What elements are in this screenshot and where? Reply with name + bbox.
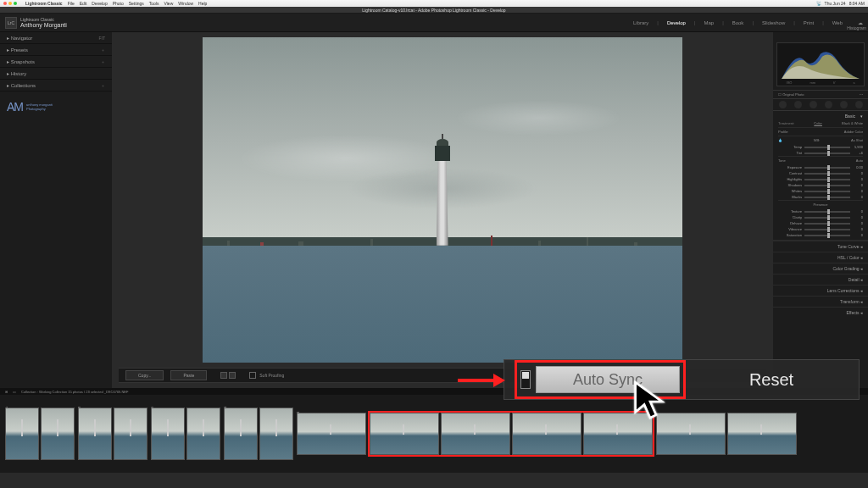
app-badge-icon: LrC <box>5 17 17 29</box>
paste-settings-button[interactable]: Paste <box>170 370 207 380</box>
panel-effects[interactable]: Effects ◂ <box>773 307 868 318</box>
reset-button[interactable]: Reset <box>694 370 849 390</box>
eyedropper-icon[interactable]: 💧 <box>778 138 782 142</box>
slider-blacks[interactable]: Blacks0 <box>778 194 863 200</box>
filmstrip-thumbnail[interactable] <box>78 408 112 460</box>
brush-icon[interactable] <box>855 101 863 108</box>
panel-lens-corrections[interactable]: Lens Corrections ◂ <box>773 285 868 296</box>
module-print[interactable]: Print <box>804 20 814 25</box>
crop-tool-icon[interactable] <box>779 101 787 108</box>
radial-icon[interactable] <box>840 101 848 108</box>
copy-settings-button[interactable]: Copy... <box>125 370 164 380</box>
histogram-label: Histogram <box>847 25 866 30</box>
filmstrip-thumbnail[interactable] <box>151 408 185 460</box>
panel-collections[interactable]: ▸ Collections＋ <box>0 80 112 92</box>
thumb-group: 9 <box>370 413 653 455</box>
panel-history[interactable]: ▸ History <box>0 68 112 80</box>
loupe-view-icon[interactable] <box>220 372 227 379</box>
filmstrip-thumbnail[interactable] <box>259 408 293 460</box>
menu-develop[interactable]: Develop <box>92 1 107 6</box>
cloud-icon[interactable]: ☁ <box>858 19 863 25</box>
slider-whites[interactable]: Whites0 <box>778 188 863 194</box>
identity-plate: LrC Lightroom Classic Anthony Morganti L… <box>0 14 868 32</box>
before-after-icon[interactable] <box>229 372 236 379</box>
panel-navigator[interactable]: ▸ NavigatorFIT <box>0 32 112 44</box>
soft-proofing-checkbox[interactable] <box>249 372 256 379</box>
filmstrip-thumbnail[interactable] <box>297 413 366 455</box>
slider-shadows[interactable]: Shadows0 <box>778 182 863 188</box>
panel-color-grading[interactable]: Color Grading ◂ <box>773 263 868 274</box>
module-slideshow[interactable]: Slideshow <box>762 20 785 25</box>
panel-transform[interactable]: Transform ◂ <box>773 296 868 307</box>
gradient-icon[interactable] <box>825 101 832 108</box>
menu-edit[interactable]: Edit <box>80 1 87 6</box>
thumb-group: 6 <box>151 408 220 460</box>
spot-removal-icon[interactable] <box>794 101 802 108</box>
grid-view-icon[interactable]: ⊞ <box>5 390 8 394</box>
filmstrip-thumbnail[interactable] <box>441 413 510 455</box>
menu-photo[interactable]: Photo <box>113 1 124 6</box>
auto-tone-button[interactable]: Auto <box>856 158 863 163</box>
module-book[interactable]: Book <box>732 20 744 25</box>
treatment-bw[interactable]: Black & White <box>842 121 863 125</box>
slider-exposure[interactable]: Exposure0.00 <box>778 164 863 170</box>
wb-dropdown[interactable]: As Shot <box>851 138 863 142</box>
slider-texture[interactable]: Texture0 <box>778 208 863 214</box>
panel-tone-curve[interactable]: Tone Curve ◂ <box>773 241 868 252</box>
thumb-group: 4 <box>5 408 75 460</box>
module-web[interactable]: Web <box>832 20 843 25</box>
menu-view[interactable]: View <box>164 1 174 6</box>
filmstrip-thumbnail[interactable] <box>727 413 797 455</box>
filmstrip-thumbnail[interactable] <box>224 408 258 460</box>
slider-temp[interactable]: Temp5,900 <box>778 144 863 150</box>
treatment-color[interactable]: Color <box>814 121 822 125</box>
profile-dropdown[interactable]: Adobe Color <box>844 130 863 134</box>
module-develop[interactable]: Develop <box>667 20 686 25</box>
filmstrip-thumbnail[interactable] <box>186 408 220 460</box>
slider-clarity[interactable]: Clarity0 <box>778 214 863 220</box>
app-name: Lightroom Classic <box>25 1 63 6</box>
slider-saturation[interactable]: Saturation0 <box>778 232 863 238</box>
panel-snapshots[interactable]: ▸ Snapshots＋ <box>0 56 112 68</box>
panel-detail[interactable]: Detail ◂ <box>773 274 868 285</box>
menu-file[interactable]: File <box>68 1 75 6</box>
panel-presets[interactable]: ▸ Presets＋ <box>0 44 112 56</box>
window-traffic-lights[interactable] <box>3 2 17 5</box>
filmstrip-thumbnail[interactable] <box>41 408 75 460</box>
redeye-icon[interactable] <box>810 101 817 108</box>
sync-toggle-switch[interactable] <box>520 370 531 389</box>
filmstrip-thumbnail[interactable] <box>5 408 39 460</box>
basic-panel: Basic▾ Treatment: Color Black & White Pr… <box>773 111 868 241</box>
histogram[interactable]: ISOmmf/s <box>776 42 865 86</box>
module-picker: Library| Develop| Map| Book| Slideshow| … <box>633 19 863 25</box>
macos-menubar: Lightroom Classic File Edit Develop Phot… <box>0 0 868 7</box>
filmstrip-thumbnail[interactable] <box>512 413 581 455</box>
filmstrip-thumbnail[interactable] <box>114 408 147 460</box>
local-adjustment-tools <box>773 98 868 111</box>
window-titlebar: Lightroom Catalog-v10.lrcat - Adobe Phot… <box>0 7 868 14</box>
main-photo[interactable] <box>203 37 682 363</box>
slider-dehaze[interactable]: Dehaze0 <box>778 220 863 226</box>
panel-hsl-color[interactable]: HSL / Color ◂ <box>773 252 868 263</box>
slider-contrast[interactable]: Contrast0 <box>778 170 863 176</box>
slider-tint[interactable]: Tint+6 <box>778 150 863 156</box>
menu-help[interactable]: Help <box>198 1 207 6</box>
original-photo-row[interactable]: ☐ Original Photo⋯ <box>773 90 868 98</box>
menu-tools[interactable]: Tools <box>149 1 159 6</box>
slider-vibrance[interactable]: Vibrance0 <box>778 226 863 232</box>
watermark-logo: AM anthony morganti Photography <box>0 92 112 122</box>
cursor-pointer-icon <box>632 380 668 424</box>
filmstrip[interactable]: 456789 <box>0 395 868 473</box>
thumb-group <box>656 413 797 455</box>
left-panel: ▸ NavigatorFIT ▸ Presets＋ ▸ Snapshots＋ ▸… <box>0 32 112 388</box>
secondary-display-icon[interactable]: ▭ <box>13 390 16 394</box>
slider-highlights[interactable]: Highlights0 <box>778 176 863 182</box>
menu-settings[interactable]: Settings <box>129 1 144 6</box>
thumb-group: 8 <box>297 413 366 455</box>
right-panel: Histogram ISOmmf/s ☐ Original Photo⋯ Bas… <box>773 32 868 388</box>
module-library[interactable]: Library <box>633 20 648 25</box>
menu-window[interactable]: Window <box>178 1 193 6</box>
soft-proofing-label: Soft Proofing <box>259 373 284 378</box>
module-map[interactable]: Map <box>704 20 714 25</box>
filmstrip-thumbnail[interactable] <box>370 413 439 455</box>
